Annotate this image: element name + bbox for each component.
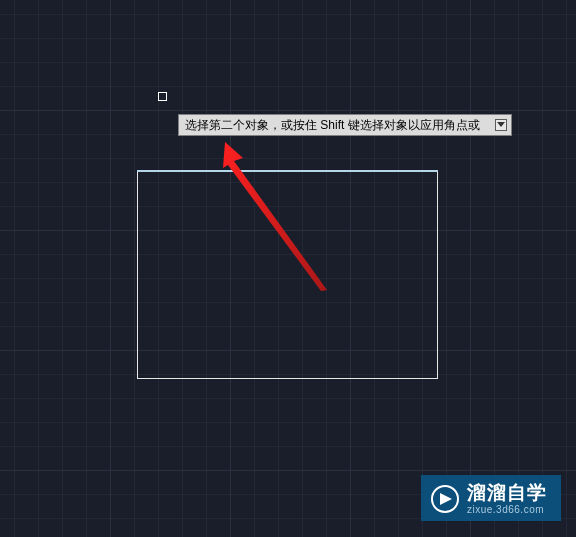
watermark-brand: 溜溜自学 xyxy=(467,483,547,504)
command-tooltip: 选择第二个对象，或按住 Shift 键选择对象以应用角点或 xyxy=(178,114,512,136)
svg-marker-1 xyxy=(497,122,505,127)
play-icon xyxy=(431,485,459,513)
dropdown-icon[interactable] xyxy=(495,119,507,131)
drawing-rectangle[interactable] xyxy=(137,170,438,379)
watermark-badge: 溜溜自学 zixue.3d66.com xyxy=(421,475,561,521)
watermark-url: zixue.3d66.com xyxy=(467,504,547,515)
svg-marker-2 xyxy=(440,493,452,505)
selected-edge[interactable] xyxy=(137,170,438,172)
tooltip-text: 选择第二个对象，或按住 Shift 键选择对象以应用角点或 xyxy=(185,117,480,134)
cursor-pickbox xyxy=(158,92,167,101)
